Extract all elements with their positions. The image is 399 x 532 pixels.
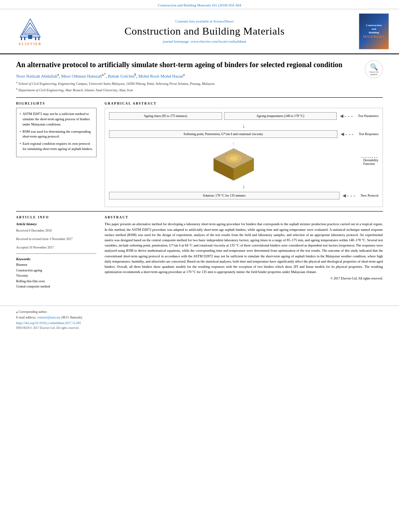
graphical-abstract-col: GRAPHICAL ABSTRACT Ageing times (85 to 1… — [105, 102, 383, 207]
highlights-abstract-row: HIGHLIGHTS • ASTM D2872 may not be a suf… — [16, 102, 383, 207]
copyright-text: © 2017 Elsevier Ltd. All rights reserved… — [105, 277, 383, 280]
authors-line: Noor Halizah Abdullaha, Meor Othman Hamz… — [16, 73, 359, 78]
svg-rect-5 — [24, 37, 25, 40]
svg-rect-4 — [21, 37, 22, 40]
email-link[interactable]: cemeori@usm.my — [37, 316, 61, 319]
ga-down-arrow-1: ↓ — [109, 123, 378, 129]
ga-desirability-label-container: Desirability Function — [360, 157, 378, 166]
article-revised: Received in revised form 3 November 2017 — [16, 237, 97, 242]
ga-3d-visual: ↓ — [109, 141, 358, 181]
highlight-item-2: • RSM was used for determining the corre… — [20, 129, 93, 140]
svg-rect-7 — [38, 37, 39, 40]
ga-solution-row: Solution: 170 °C for 135 minutes ◄- - - … — [109, 192, 378, 199]
author2-name: Meor Othman Hamzah — [61, 74, 102, 78]
affiliation-a: a School of Civil Engineering, Engineeri… — [16, 81, 359, 86]
highlights-box: • ASTM D2872 may not be a sufficient met… — [16, 108, 97, 157]
article-info-inner-divider — [16, 253, 97, 254]
contents-line: Contents lists available at ScienceDirec… — [175, 19, 234, 23]
ga-label-test-responses: Test Responses — [359, 132, 378, 136]
author4-name: Mohd Rosli Mohd Hasan — [138, 74, 183, 78]
svg-point-16 — [230, 156, 238, 161]
elsevier-brand-label: ELSEVIER — [19, 42, 41, 46]
main-content: An alternative protocol to artificially … — [0, 54, 399, 300]
ga-label-test-params: Test Parameters — [358, 114, 378, 118]
graphical-abstract-header: GRAPHICAL ABSTRACT — [105, 102, 383, 105]
sciencedirect-link[interactable]: ScienceDirect — [214, 19, 234, 23]
article-accepted: Accepted 10 November 2017 — [16, 245, 97, 251]
affiliation-b: b Department of Civil Engineering, Ahar … — [16, 87, 359, 93]
journal-cover-image: Construction and Building MATERIALS — [359, 13, 389, 49]
highlight-text-3: Each regional condition requires its own… — [23, 141, 93, 152]
bullet-2: • — [20, 129, 21, 140]
ga-down-arrow-2: ↓ — [109, 183, 378, 190]
keyword-2: Construction ageing — [16, 268, 97, 273]
highlight-item-3: • Each regional condition requires its o… — [20, 141, 93, 152]
elsevier-logo-section: ELSEVIER — [8, 13, 52, 49]
corresponding-author-note: ⁎ Corresponding author. — [16, 310, 383, 314]
footer-section: ⁎ Corresponding author. E-mail address: … — [0, 306, 399, 334]
check-updates-badge: 🔍 Check for updates — [365, 60, 383, 78]
bullet-3: • — [20, 141, 21, 152]
keywords-label: Keywords: — [16, 257, 97, 262]
ga-row-1: Ageing times (85 to 175 minutes) Ageing … — [109, 112, 378, 120]
article-title-text: An alternative protocol to artificially … — [16, 60, 359, 93]
footer-issn: 0950-0618/© 2017 Elsevier Ltd. All right… — [16, 326, 383, 330]
cover-text: Construction and Building MATERIALS — [363, 24, 385, 39]
journal-title: Construction and Building Materials — [124, 25, 284, 37]
email-suffix: (M.O. Hamzah). — [62, 316, 83, 319]
doi-link[interactable]: https://doi.org/10.1016/j.conbuildmat.20… — [16, 321, 383, 325]
keyword-5: Central composite method — [16, 284, 97, 290]
abstract-text: This paper presents an alternative metho… — [105, 222, 383, 275]
corresponding-label: ⁎ Corresponding author. — [16, 310, 47, 314]
journal-header: ELSEVIER Contents lists available at Sci… — [0, 9, 399, 54]
abstract-col: ABSTRACT This paper presents an alternat… — [105, 216, 383, 290]
ga-box-ageing-times: Ageing times (85 to 175 minutes) — [109, 112, 222, 120]
author4-sup: a — [183, 73, 185, 76]
ga-row-2: Softening point, Penetration, G*/sin δ a… — [109, 130, 378, 138]
highlight-text-1: ASTM D2872 may not be a sufficient metho… — [23, 111, 93, 127]
keyword-3: Viscosity — [16, 273, 97, 279]
ga-solution-box: Solution: 170 °C for 135 minutes — [109, 192, 339, 199]
ga-3d-chart-icon — [208, 146, 260, 181]
journal-homepage: journal homepage: www.elsevier.com/locat… — [163, 39, 246, 43]
top-citation-bar: Construction and Building Materials 161 … — [0, 0, 399, 9]
ga-arrow-1: ◄- - - — [339, 113, 353, 119]
author1-name: Noor Halizah Abdullah — [16, 74, 58, 78]
section-divider — [16, 97, 383, 98]
ga-box-ageing-temps: Ageing temperatures (148 to 178 °C) — [224, 112, 337, 120]
ga-shape-row: ↓ — [109, 141, 378, 181]
keywords-list: Bitumen Construction ageing Viscosity Ro… — [16, 262, 97, 290]
article-info-divider — [16, 211, 383, 212]
highlight-item-1: • ASTM D2872 may not be a sufficient met… — [20, 111, 93, 127]
highlights-header: HIGHLIGHTS — [16, 102, 97, 105]
ga-box-responses: Softening point, Penetration, G*/sin δ a… — [109, 130, 337, 138]
journal-header-center: Contents lists available at ScienceDirec… — [52, 13, 357, 49]
homepage-url[interactable]: www.elsevier.com/locate/conbuildmat — [191, 39, 246, 43]
ga-3d-container: ↓ — [109, 141, 358, 181]
author2-sup: a,* — [102, 73, 106, 76]
abstract-header: ABSTRACT — [105, 216, 383, 219]
highlight-text-2: RSM was used for determining the corresp… — [23, 129, 93, 140]
author3-sup: b — [135, 73, 136, 76]
article-title: An alternative protocol to artificially … — [16, 60, 359, 70]
article-info-col: ARTICLE INFO Article history: Received 6… — [16, 216, 97, 290]
svg-rect-6 — [35, 37, 36, 40]
ga-label-desirability: Desirability Function — [363, 158, 378, 166]
email-note: E-mail address: cemeori@usm.my (M.O. Ham… — [16, 316, 383, 319]
page: Construction and Building Materials 161 … — [0, 0, 399, 532]
article-received: Received 6 December 2016 — [16, 228, 97, 234]
svg-marker-3 — [24, 27, 36, 34]
article-history-label: Article history: — [16, 222, 97, 227]
email-label: E-mail address: — [16, 316, 36, 319]
graphical-abstract-box: Ageing times (85 to 175 minutes) Ageing … — [105, 108, 383, 207]
ga-arrow-2: ◄- - - — [339, 131, 354, 138]
citation-text: Construction and Building Materials 161 … — [158, 3, 241, 7]
ga-label-new-protocol: New Protocol — [361, 194, 378, 197]
bullet-1: • — [20, 111, 21, 127]
ga-arrow-3: ◄- - - — [341, 193, 356, 199]
keyword-4: Rolling thin film oven — [16, 279, 97, 284]
journal-cover-section: Construction and Building MATERIALS — [357, 13, 391, 49]
elsevier-logo: ELSEVIER — [16, 17, 44, 46]
article-info-header: ARTICLE INFO — [16, 216, 97, 219]
author1-sup: a — [58, 73, 59, 76]
